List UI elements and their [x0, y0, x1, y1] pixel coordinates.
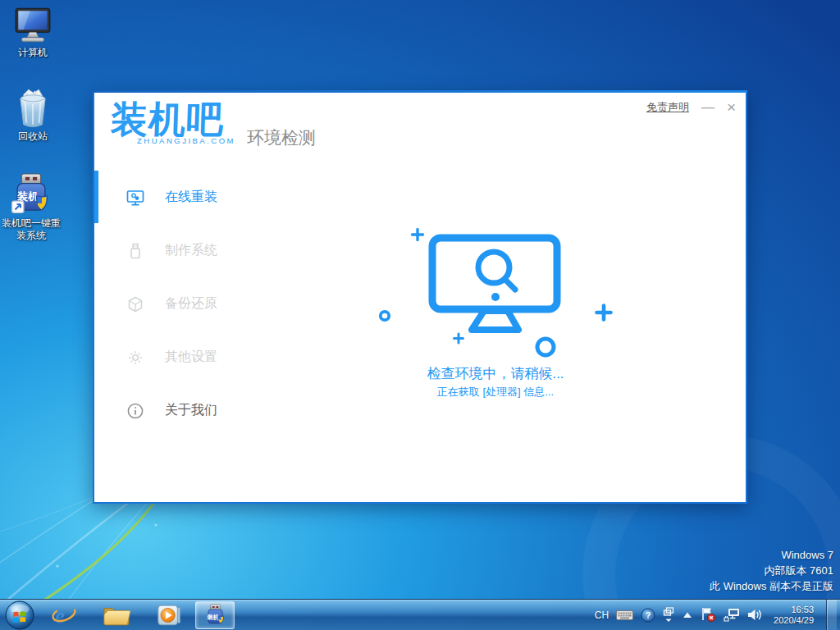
- disclaimer-link[interactable]: 免责声明: [646, 100, 689, 115]
- show-hidden-icons-arrow[interactable]: [682, 610, 693, 620]
- clock-date: 2020/4/29: [774, 615, 814, 626]
- clock-time: 16:53: [774, 605, 814, 615]
- status-text: 检查环境中，请稍候...: [372, 364, 619, 383]
- watermark-line-2: 内部版本 7601: [710, 563, 833, 578]
- taskbar-clock[interactable]: 16:53 2020/4/29: [774, 605, 814, 626]
- watermark-line-1: Windows 7: [710, 547, 833, 563]
- sidebar-item-label: 在线重装: [165, 189, 217, 206]
- windows-watermark: Windows 7 内部版本 7601 此 Windows 副本不是正版: [710, 547, 833, 594]
- environment-check-illustration: [372, 223, 619, 367]
- system-tray: CH: [595, 600, 840, 630]
- desktop-icon-label: 回收站: [2, 130, 64, 143]
- sidebar-item-label: 备份还原: [165, 295, 217, 313]
- media-player-icon: [157, 603, 181, 628]
- folder-icon: [103, 603, 130, 628]
- taskbar-explorer-button[interactable]: [95, 600, 138, 630]
- desktop-icon-computer[interactable]: 计算机: [2, 7, 64, 59]
- usb-app-icon: 装机: [10, 172, 52, 215]
- svg-text:e: e: [55, 604, 65, 628]
- about-info-icon: [126, 402, 144, 420]
- help-tray-icon[interactable]: ?: [641, 608, 655, 623]
- sidebar: 在线重装 制作系统 备份还原 其他设置: [94, 162, 242, 437]
- sidebar-item-other-settings[interactable]: 其他设置: [94, 331, 242, 384]
- sidebar-item-label: 关于我们: [165, 402, 217, 419]
- taskbar-ie-button[interactable]: e: [43, 600, 85, 630]
- close-button[interactable]: ×: [727, 101, 736, 114]
- volume-tray-icon[interactable]: [747, 608, 763, 622]
- usb-make-icon: [126, 242, 144, 260]
- app-logo-title: 装机吧: [110, 98, 236, 141]
- desktop-icon-recycle-bin[interactable]: 回收站: [2, 87, 64, 143]
- svg-text:?: ?: [646, 610, 651, 620]
- app-logo: 装机吧 ZHUANGJIBA.COM: [111, 98, 235, 145]
- sidebar-item-make-system[interactable]: 制作系统: [94, 224, 242, 277]
- start-button[interactable]: [5, 600, 34, 630]
- restore-window-tray-icon[interactable]: [663, 607, 674, 623]
- sidebar-item-backup-restore[interactable]: 备份还原: [94, 277, 242, 331]
- window-controls: 免责声明 — ×: [646, 100, 736, 115]
- recycle-bin-icon: [13, 87, 52, 128]
- action-center-flag-icon[interactable]: [701, 607, 716, 623]
- desktop-icon-label: 计算机: [2, 47, 64, 59]
- page-title: 环境检测: [247, 126, 316, 149]
- watermark-line-3: 此 Windows 副本不是正版: [710, 578, 833, 594]
- substatus-text: 正在获取 [处理器] 信息...: [372, 385, 619, 399]
- svg-text:装机: 装机: [206, 614, 219, 621]
- usb-app-small-icon: 装机: [204, 604, 226, 626]
- show-desktop-button[interactable]: [826, 600, 837, 630]
- taskbar: e: [0, 599, 840, 630]
- sidebar-item-online-reinstall[interactable]: 在线重装: [94, 171, 242, 224]
- minimize-button[interactable]: —: [701, 101, 714, 114]
- monitor-reinstall-icon: [126, 189, 144, 207]
- zhuangjiba-window: 装机吧 ZHUANGJIBA.COM 环境检测 免责声明 — × 在线重装: [93, 90, 747, 504]
- taskbar-buttons: e: [0, 600, 235, 630]
- backup-restore-icon: [126, 295, 144, 313]
- settings-gear-icon: [126, 349, 144, 367]
- sidebar-item-label: 制作系统: [165, 242, 217, 259]
- computer-icon: [12, 7, 53, 44]
- desktop-icon-label: 装机吧一键重 装系统: [0, 217, 62, 242]
- network-tray-icon[interactable]: [724, 608, 740, 622]
- language-indicator[interactable]: CH: [595, 609, 609, 621]
- desktop-icon-zhuangjiba[interactable]: 装机 装机吧一键重 装系统: [0, 172, 62, 242]
- sidebar-item-about-us[interactable]: 关于我们: [94, 384, 242, 437]
- taskbar-zhuangjiba-button-active[interactable]: 装机: [195, 601, 235, 629]
- taskbar-wmp-button[interactable]: [148, 600, 190, 630]
- internet-explorer-icon: e: [51, 602, 77, 628]
- keyboard-layout-icon[interactable]: [616, 609, 633, 621]
- sidebar-item-label: 其他设置: [165, 349, 217, 366]
- window-header: 装机吧 ZHUANGJIBA.COM 环境检测 免责声明 — ×: [94, 92, 746, 162]
